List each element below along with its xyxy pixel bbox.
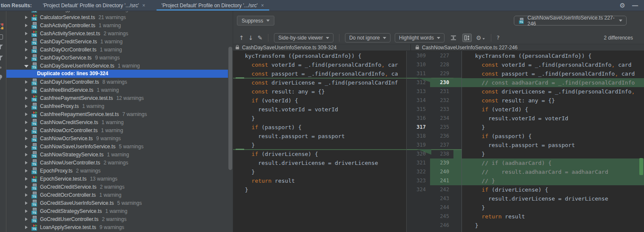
code-line[interactable]: result.voterId = voterId [462, 114, 644, 123]
chevron-collapsed-icon[interactable] [24, 201, 28, 205]
code-line[interactable]: const driverLicense = _.find(personalCar… [462, 87, 644, 96]
filter-resolved-icon[interactable] [0, 55, 3, 60]
code-line[interactable]: if (driverLicense) { [462, 185, 644, 194]
quickfix-bulb-icon[interactable] [0, 75, 3, 80]
tree-item[interactable]: TSGoCreditSaveUserInfoService.ts5 warnin… [6, 199, 228, 207]
tree-item[interactable]: TSCashDayOcrController.ts1 warning [6, 45, 228, 54]
chevron-collapsed-icon[interactable] [24, 31, 28, 36]
chevron-collapsed-icon[interactable] [24, 185, 28, 189]
code-line[interactable]: } [462, 123, 644, 132]
tree-item-duplicate-code[interactable]: Duplicate code: lines 309-324 [6, 70, 228, 78]
tree-item[interactable]: TSCashNowUserController.ts2 warnings [6, 158, 228, 167]
tree-item[interactable]: TSCashActivityService.test.ts2 warnings [6, 29, 228, 37]
tree-item[interactable]: TSLoanApplyService.test.ts9 warnings [6, 223, 228, 231]
tree-item[interactable]: TSEpochProxy.ts2 warnings [6, 167, 228, 175]
code-line[interactable]: } [233, 141, 406, 150]
tree-item[interactable]: TSCashfreePaymentService.test.ts12 warni… [6, 94, 228, 102]
chevron-collapsed-icon[interactable] [24, 104, 28, 108]
chevron-collapsed-icon[interactable] [24, 209, 28, 213]
help-icon[interactable]: ? [497, 35, 500, 41]
code-line[interactable]: kycTransform ({personalCardInfo}) { [233, 51, 406, 60]
chevron-collapsed-icon[interactable] [24, 177, 28, 181]
chevron-collapsed-icon[interactable] [24, 153, 28, 157]
tree-item[interactable]: TSCashfreeRepaymentService.test.ts7 warn… [6, 110, 228, 118]
code-line[interactable]: kycTransform ({personalCardInfo}) { [462, 51, 644, 60]
tree-item[interactable]: TSGoCreditCreditService.ts2 warnings [6, 183, 228, 191]
code-line[interactable]: } [462, 203, 644, 212]
code-line[interactable]: } [233, 185, 406, 194]
viewer-mode-select[interactable]: Side-by-side viewer [274, 33, 333, 42]
chevron-collapsed-icon[interactable] [24, 23, 28, 28]
code-line[interactable]: const result: any = {} [462, 96, 644, 105]
code-line[interactable]: result.passport = passport [462, 141, 644, 150]
chevron-collapsed-icon[interactable] [24, 15, 28, 20]
highlight-mode-select[interactable]: Highlight words [395, 33, 445, 42]
left-editor-pane[interactable]: kycTransform ({personalCardInfo}) { cons… [233, 51, 407, 232]
code-line[interactable]: const passport = _.find(personalCardInfo… [233, 69, 406, 78]
code-line[interactable]: result.voterId = voterId [233, 105, 406, 114]
chevron-collapsed-icon[interactable] [24, 40, 28, 44]
chevron-collapsed-icon[interactable] [24, 11, 28, 11]
code-line[interactable]: } [462, 150, 644, 158]
next-difference-icon[interactable]: ↓ [248, 35, 254, 41]
tree-scrollbar[interactable] [228, 11, 233, 232]
code-line[interactable]: if (voterId) { [233, 96, 406, 105]
tree-item[interactable]: TSBaseStrategyService.test.ts1 warning [6, 11, 228, 13]
tree-item[interactable]: TSCashfreeBindService.ts1 warning [6, 86, 228, 94]
tree-item[interactable]: TSCashNowOcrService.ts9 warnings [6, 134, 228, 142]
tree-item[interactable]: TSCashDayOcrService.ts9 warnings [6, 54, 228, 62]
gear-icon[interactable]: ⚙ [620, 2, 625, 9]
code-line[interactable]: // } [462, 176, 644, 185]
code-line[interactable]: if (passport) { [233, 123, 406, 132]
code-line[interactable]: result.passport = passport [233, 132, 406, 141]
chevron-collapsed-icon[interactable] [24, 193, 28, 197]
chevron-collapsed-icon[interactable] [24, 161, 28, 165]
code-line[interactable]: const driverLicense = _.find(personalCar… [233, 78, 406, 87]
scrollbar-thumb[interactable] [228, 47, 232, 170]
tree-item[interactable]: TSGoCreditStrategyService.ts1 warning [6, 207, 228, 215]
export-icon[interactable]: ⇗ [0, 66, 3, 71]
code-line[interactable]: // result.aadhaarCard = aadhaarCard [462, 167, 644, 176]
code-line[interactable]: return result [462, 212, 644, 221]
right-editor-pane[interactable]: kycTransform ({personalCardInfo}) { cons… [462, 51, 644, 232]
tree-item[interactable]: TSCashDayUserController.ts8 warnings [6, 78, 228, 86]
file-selector-dropdown[interactable]: TS CashNowSaveUserInfoService.ts 227-246 [514, 16, 627, 25]
tree-item[interactable]: TSGoCreditOcrController.ts1 warning [6, 191, 228, 199]
code-line[interactable]: return result [233, 176, 406, 185]
code-line[interactable]: // const aadhaarCard = _.find(personalCa… [462, 78, 644, 87]
chevron-collapsed-icon[interactable] [24, 136, 28, 141]
close-icon[interactable]: × [142, 3, 145, 8]
code-line[interactable]: } [233, 167, 406, 176]
collapse-unchanged-icon[interactable] [449, 34, 458, 42]
chevron-collapsed-icon[interactable] [24, 144, 28, 149]
rerun-inspection-icon[interactable] [0, 24, 3, 29]
tree-item[interactable]: TSCashDayCreditService.ts1 warning [6, 37, 228, 45]
close-icon[interactable]: × [261, 3, 264, 8]
code-line[interactable]: const voterId = _.find(personalCardInfo,… [233, 60, 406, 69]
tree-item[interactable]: TSCashNowStrategyService.ts1 warning [6, 150, 228, 158]
synchronize-scrolling-icon[interactable] [462, 34, 472, 42]
tree-item[interactable]: TSCalculatorService.test.ts21 warnings [6, 13, 228, 21]
tree-item[interactable]: TSCashNowSaveUserInfoService.ts5 warning… [6, 142, 228, 150]
chevron-collapsed-icon[interactable] [24, 225, 28, 229]
tree-item[interactable]: TSEpochService.test.ts13 warnings [6, 175, 228, 183]
chevron-expanded-icon[interactable] [24, 64, 28, 68]
tree-item[interactable]: TSGoCreditUserController.ts2 warnings [6, 215, 228, 223]
code-line[interactable]: } [462, 221, 644, 230]
chevron-collapsed-icon[interactable] [24, 80, 28, 84]
chevron-collapsed-icon[interactable] [24, 56, 28, 60]
tab-profile-2[interactable]: 'Project Default' Profile on Directory '… [157, 0, 269, 11]
code-line[interactable]: result.driverLicense = driverLicense [233, 158, 406, 167]
tree-item[interactable]: TSCashNowCreditService.ts1 warning [6, 118, 228, 126]
code-line[interactable]: if (driverLicense) { [233, 150, 406, 158]
minimize-icon[interactable]: — [632, 2, 638, 9]
tree-item[interactable]: TSCashDaySaveUserInfoService.ts1 warning [6, 62, 228, 70]
chevron-collapsed-icon[interactable] [24, 88, 28, 92]
tree-item[interactable]: TSCashNowOcrController.ts1 warning [6, 126, 228, 134]
code-line[interactable]: const passport = _.find(personalCardInfo… [462, 69, 644, 78]
chevron-collapsed-icon[interactable] [24, 128, 28, 133]
inspection-tree[interactable]: TSBaseStrategyService.test.ts1 warningTS… [6, 11, 228, 232]
tree-item[interactable]: TSCashActivityController.ts1 warning [6, 21, 228, 29]
expand-all-icon[interactable] [0, 34, 3, 40]
chevron-collapsed-icon[interactable] [24, 169, 28, 173]
